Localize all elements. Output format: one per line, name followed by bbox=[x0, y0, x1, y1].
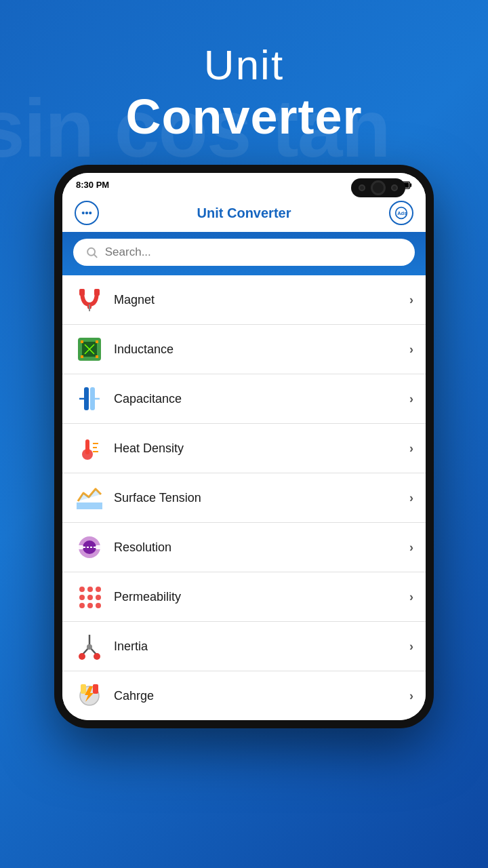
chevron-inertia: › bbox=[409, 639, 413, 654]
svg-point-55 bbox=[87, 644, 92, 650]
icon-permeability bbox=[75, 582, 104, 612]
icon-magnet bbox=[75, 285, 104, 315]
list-item-charge[interactable]: Cahrge› bbox=[62, 671, 426, 720]
svg-point-7 bbox=[83, 212, 84, 214]
svg-rect-22 bbox=[81, 355, 83, 358]
list-item-heat-density[interactable]: Heat Density› bbox=[62, 424, 426, 473]
svg-point-48 bbox=[87, 603, 93, 608]
search-icon bbox=[85, 245, 98, 259]
label-resolution: Resolution bbox=[114, 540, 400, 555]
header-unit: Unit bbox=[125, 41, 362, 89]
search-wrapper[interactable] bbox=[73, 239, 415, 266]
chevron-resolution: › bbox=[409, 540, 413, 555]
camera-small2 bbox=[391, 184, 398, 191]
svg-rect-15 bbox=[94, 289, 100, 296]
icon-resolution bbox=[75, 532, 104, 562]
svg-line-13 bbox=[94, 255, 97, 258]
label-charge: Cahrge bbox=[114, 689, 400, 703]
ads-button[interactable]: Ads bbox=[389, 201, 413, 225]
svg-point-44 bbox=[79, 595, 85, 600]
svg-point-12 bbox=[87, 248, 95, 256]
label-heat-density: Heat Density bbox=[114, 441, 400, 456]
svg-rect-57 bbox=[81, 684, 86, 694]
svg-rect-38 bbox=[77, 545, 83, 549]
svg-point-41 bbox=[79, 587, 85, 592]
phone-screen: 8:30 PM ✉ bbox=[62, 173, 426, 720]
phone-frame: 8:30 PM ✉ bbox=[54, 165, 434, 728]
chevron-inductance: › bbox=[409, 342, 413, 357]
svg-point-53 bbox=[79, 653, 85, 660]
list-item-surface-tension[interactable]: Surface Tension› bbox=[62, 473, 426, 523]
svg-rect-14 bbox=[79, 289, 85, 296]
svg-rect-23 bbox=[96, 355, 98, 358]
camera-small bbox=[359, 184, 365, 191]
list-item-capacitance[interactable]: Capacitance› bbox=[62, 374, 426, 424]
svg-rect-26 bbox=[84, 387, 89, 410]
svg-point-47 bbox=[79, 603, 85, 608]
svg-rect-20 bbox=[81, 340, 83, 343]
app-bar: Unit Converter Ads bbox=[62, 194, 426, 232]
list-item-resolution[interactable]: Resolution› bbox=[62, 523, 426, 572]
list-item-magnet[interactable]: Magnet› bbox=[62, 275, 426, 325]
svg-point-46 bbox=[96, 595, 101, 600]
search-input[interactable] bbox=[105, 245, 403, 259]
list-item-inertia[interactable]: Inertia› bbox=[62, 622, 426, 671]
icon-heat-density bbox=[75, 433, 104, 463]
svg-rect-27 bbox=[90, 387, 95, 410]
icon-inductance bbox=[75, 334, 104, 364]
label-capacitance: Capacitance bbox=[114, 392, 400, 406]
chevron-charge: › bbox=[409, 689, 413, 703]
svg-point-43 bbox=[96, 587, 101, 592]
svg-rect-31 bbox=[85, 439, 89, 454]
svg-rect-21 bbox=[96, 340, 98, 343]
list-item-inductance[interactable]: Inductance› bbox=[62, 325, 426, 374]
label-surface-tension: Surface Tension bbox=[114, 491, 400, 505]
svg-rect-39 bbox=[96, 545, 102, 549]
label-inertia: Inertia bbox=[114, 639, 400, 654]
app-header: Unit Converter bbox=[125, 41, 362, 144]
label-inductance: Inductance bbox=[114, 342, 400, 357]
chevron-heat-density: › bbox=[409, 441, 413, 456]
camera-notch bbox=[351, 178, 405, 197]
chevron-permeability: › bbox=[409, 590, 413, 604]
svg-point-45 bbox=[87, 595, 93, 600]
label-magnet: Magnet bbox=[114, 293, 400, 307]
converter-list: Magnet› Inductance› Capacitance› Heat De… bbox=[62, 275, 426, 720]
header-converter: Converter bbox=[125, 89, 362, 144]
chevron-magnet: › bbox=[409, 293, 413, 307]
svg-point-42 bbox=[87, 587, 93, 592]
icon-inertia bbox=[75, 631, 104, 661]
svg-rect-5 bbox=[410, 183, 412, 186]
icon-capacitance bbox=[75, 384, 104, 414]
svg-rect-35 bbox=[77, 502, 102, 509]
svg-point-8 bbox=[86, 212, 87, 214]
list-item-permeability[interactable]: Permeability› bbox=[62, 572, 426, 622]
svg-rect-58 bbox=[93, 684, 98, 694]
svg-point-9 bbox=[89, 212, 91, 214]
chevron-surface-tension: › bbox=[409, 491, 413, 505]
svg-point-54 bbox=[94, 653, 100, 660]
svg-text:Ads: Ads bbox=[397, 210, 407, 216]
search-container bbox=[62, 232, 426, 275]
camera-main bbox=[371, 180, 386, 195]
label-permeability: Permeability bbox=[114, 590, 400, 604]
icon-surface-tension bbox=[75, 483, 104, 513]
status-time: 8:30 PM bbox=[76, 180, 109, 190]
app-title: Unit Converter bbox=[197, 205, 291, 221]
chevron-capacitance: › bbox=[409, 392, 413, 406]
svg-point-49 bbox=[96, 603, 101, 608]
menu-button[interactable] bbox=[75, 201, 99, 225]
icon-charge bbox=[75, 681, 104, 711]
